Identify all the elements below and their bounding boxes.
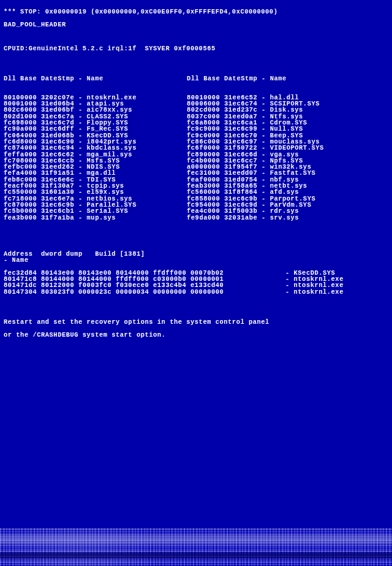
restart-msg-line2: or the /CRASHDEBUG system start option. [4, 332, 388, 338]
dll-table-header: Dll Base DateStmp - Name Dll Base DateSt… [4, 75, 388, 82]
address-dump-header: Address dword dump Build [1381] - Name [4, 245, 388, 264]
restart-msg-line1: Restart and set the recovery options in … [4, 319, 388, 325]
dll-cell-left: fea3b000 31f7a1ba - mup.sys [4, 215, 187, 221]
error-name: BAD_POOL_HEADER [4, 21, 388, 28]
dll-cell-right: fc6f0000 31f50722 - VIDEOPORT.SYS [187, 145, 388, 151]
dll-row: fea3b000 31f7a1ba - mup.sysfe9da000 3203… [4, 215, 388, 221]
address-header-left: Address dword dump Build [1381] [4, 251, 285, 257]
dll-header-left: Dll Base DateStmp - Name [4, 75, 187, 82]
address-cell-right: - ntoskrnl.exe [285, 289, 344, 295]
dll-cell-right: fe9da000 32031abe - srv.sys [187, 215, 388, 221]
dll-cell-left: fc5b0000 31ec6cb1 - Serial.SYS [4, 208, 187, 214]
address-header-right: - Name [4, 257, 29, 263]
dll-cell-right: fea4c000 31f5003b - rdr.sys [187, 208, 388, 214]
address-dump-table: fec32d84 80143e00 80143e00 80144000 ffdf… [4, 270, 388, 295]
cpuid-line: CPUID:GenuineIntel 5.2.c irql:1f SYSVER … [4, 45, 388, 52]
stop-code-line: *** STOP: 0x00000019 (0x00000000,0xC00E0… [4, 9, 388, 15]
address-cell-left: 80147304 803023f0 0000023c 00000034 0000… [4, 289, 285, 295]
dll-row: fc5b0000 31ec6cb1 - Serial.SYSfea4c000 3… [4, 208, 388, 214]
dll-row: fc874000 31ec6c94 - kbdclass.sysfc6f0000… [4, 145, 388, 151]
dll-header-right: Dll Base DateStmp - Name [187, 75, 388, 82]
dll-table: 80100000 3202c07e - ntoskrnl.exe80010000… [4, 94, 388, 221]
address-row: 80147304 803023f0 0000023c 00000034 0000… [4, 289, 388, 295]
bsod-screen: *** STOP: 0x00000019 (0x00000000,0xC00E0… [0, 0, 392, 344]
dll-cell-left: fc874000 31ec6c94 - kbdclass.sys [4, 145, 187, 151]
corrupted-video-region [0, 528, 392, 566]
